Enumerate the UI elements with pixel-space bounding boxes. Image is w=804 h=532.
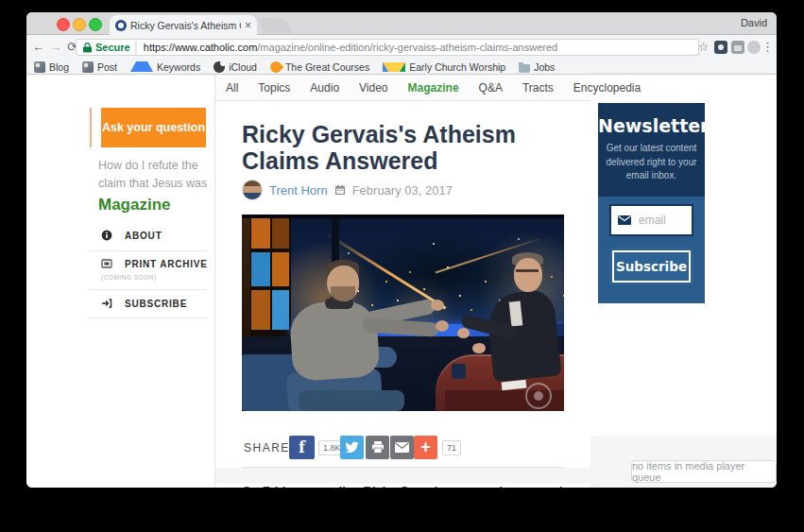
page-content: All Topics Audio Video Magazine Q&A Trac… <box>26 75 777 488</box>
apple-icon <box>214 61 225 73</box>
subscribe-button[interactable]: Subscribe <box>612 250 691 283</box>
sidebar-item-subscribe[interactable]: SUBSCRIBE <box>101 298 187 309</box>
extension-icon[interactable] <box>714 41 727 54</box>
share-twitter-button[interactable] <box>340 436 364 459</box>
sidebar-divider-line <box>90 289 207 290</box>
author-link[interactable]: Trent Horn <box>269 183 328 197</box>
info-icon <box>101 230 112 241</box>
email-input[interactable] <box>637 213 690 228</box>
sidebar-divider-line <box>90 250 207 251</box>
article-body-clipped: On Friday comedian Ricky Gervais appeare… <box>242 484 582 488</box>
browser-toolbar: ← → ⟳ Secure | https://www.catholic.com … <box>26 35 777 60</box>
cbs-logo-watermark <box>525 383 552 409</box>
article-image <box>242 215 564 411</box>
share-print-button[interactable] <box>366 436 389 459</box>
sign-in-arrow-icon <box>101 298 112 309</box>
tab-magazine[interactable]: Magazine <box>408 81 459 94</box>
sidebar-section-title: Magazine <box>98 196 171 215</box>
share-more-button[interactable]: + <box>414 436 437 459</box>
tab-video[interactable]: Video <box>359 81 387 94</box>
bookmark-icloud[interactable]: iCloud <box>214 61 257 73</box>
ads-triangle-icon <box>130 61 153 72</box>
archive-icon <box>101 258 112 269</box>
bookmark-jobs[interactable]: Jobs <box>519 61 555 73</box>
url-path: /magazine/online-edition/ricky-gervaiss-… <box>257 42 557 53</box>
desktop-background: Ricky Gervais's Atheism Claim × David ← … <box>0 0 804 532</box>
tab-audio[interactable]: Audio <box>310 81 339 94</box>
drive-triangle-icon <box>383 62 405 72</box>
tab-close-icon[interactable]: × <box>245 20 251 31</box>
tab-bar: Ricky Gervais's Atheism Claim × David <box>26 12 777 35</box>
calendar-icon <box>334 184 346 196</box>
lock-icon <box>83 43 92 53</box>
torch-icon <box>267 59 283 75</box>
ask-question-button[interactable]: Ask your question <box>101 108 206 147</box>
sidebar-divider <box>214 75 215 488</box>
media-queue-status: no items in media player queue <box>631 460 777 483</box>
tab-encyclopedia[interactable]: Encyclopedia <box>573 81 641 94</box>
content-separator-band <box>215 468 615 484</box>
newsletter-title: Newsletter <box>598 115 705 136</box>
share-email-button[interactable] <box>390 436 414 459</box>
tab-topics[interactable]: Topics <box>258 81 290 94</box>
url-separator: | <box>134 39 138 56</box>
coming-soon-note: (COMING SOON) <box>101 274 157 281</box>
site-nav: All Topics Audio Video Magazine Q&A Trac… <box>215 75 590 101</box>
sidebar-divider-line <box>90 317 207 318</box>
url-host: https://www.catholic.com <box>144 42 257 53</box>
extension-photos-icon[interactable] <box>731 41 744 54</box>
newsletter-subtitle: Get our latest content delivered right t… <box>598 142 705 183</box>
bookmark-post[interactable]: Post <box>82 61 117 73</box>
bookmark-early-church-worship[interactable]: Early Church Worship <box>383 61 505 73</box>
tab-tracts[interactable]: Tracts <box>522 81 554 94</box>
question-accent-bar <box>90 108 92 147</box>
tab-qa[interactable]: Q&A <box>479 81 503 94</box>
bookmark-keywords[interactable]: Keywords <box>130 61 200 73</box>
bookmarks-bar: Blog Post Keywords iCloud The Great Cour… <box>26 60 777 75</box>
bookmark-great-courses[interactable]: The Great Courses <box>270 61 369 73</box>
forward-icon[interactable]: → <box>47 39 63 55</box>
tab-all[interactable]: All <box>226 81 238 94</box>
guest-figure <box>288 299 380 382</box>
twitter-bird-icon <box>345 441 359 454</box>
article-title: Ricky Gervais's Atheism Claims Answered <box>242 122 568 174</box>
bookmark-star-icon[interactable]: ☆ <box>695 39 711 55</box>
window-zoom-button[interactable] <box>89 18 102 31</box>
thumbnail-icon <box>82 61 94 73</box>
envelope-icon <box>618 215 631 225</box>
tab-title: Ricky Gervais's Atheism Claim <box>130 20 241 31</box>
printer-icon <box>371 441 385 454</box>
envelope-icon <box>395 442 409 453</box>
share-total-count: 71 <box>442 440 461 455</box>
stained-glass-panel <box>242 215 291 337</box>
bookmark-blog[interactable]: Blog <box>34 61 69 73</box>
window-minimize-button[interactable] <box>73 18 86 31</box>
author-avatar <box>242 180 263 200</box>
address-bar[interactable]: Secure | https://www.catholic.com /magaz… <box>76 39 699 56</box>
article-byline: Trent Horn February 03, 2017 <box>242 180 453 199</box>
cloud-extension-icon[interactable] <box>747 41 761 54</box>
media-player-panel: no items in media player queue <box>590 436 777 488</box>
menu-kebab-icon[interactable]: ⋮ <box>760 39 776 55</box>
sidebar-item-print-archive[interactable]: PRINT ARCHIVE <box>101 258 208 269</box>
profile-name[interactable]: David <box>741 17 767 28</box>
browser-window: Ricky Gervais's Atheism Claim × David ← … <box>26 12 777 488</box>
folder-icon <box>519 64 530 73</box>
newsletter-widget: Newsletter Get our latest content delive… <box>598 103 705 303</box>
article-date: February 03, 2017 <box>352 183 453 197</box>
share-facebook-button[interactable]: f <box>289 436 315 459</box>
browser-tab[interactable]: Ricky Gervais's Atheism Claim × <box>110 15 257 35</box>
back-icon[interactable]: ← <box>30 39 46 55</box>
newsletter-form: Subscribe <box>598 197 705 303</box>
new-tab-button[interactable] <box>258 18 291 33</box>
window-close-button[interactable] <box>57 18 70 31</box>
site-favicon-icon <box>115 20 127 31</box>
sidebar-item-about[interactable]: ABOUT <box>101 230 163 241</box>
thumbnail-icon <box>34 61 45 73</box>
security-label: Secure <box>95 42 130 53</box>
email-field-wrap <box>609 204 693 236</box>
share-label: SHARE <box>244 441 290 455</box>
